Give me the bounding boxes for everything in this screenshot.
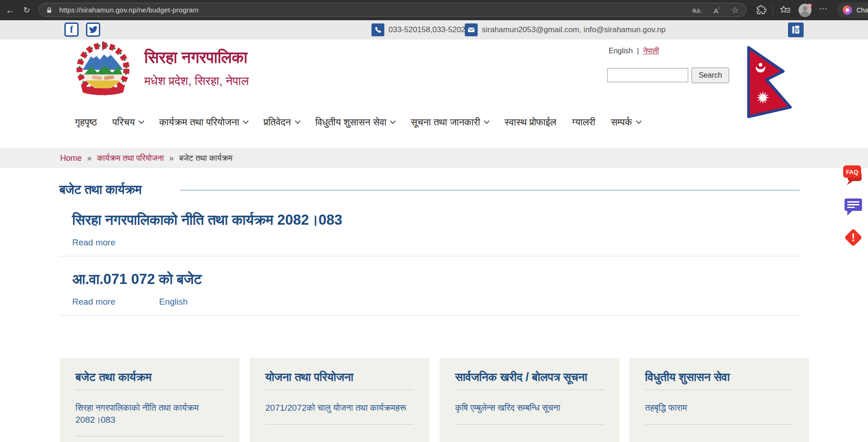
card-plans-projects: योजना तथा परियोजना 2071/2072को चालु योजन… [250, 358, 429, 442]
list-item: सिरहा नगरपालिकाको नीति तथा कार्यक्रम 208… [75, 390, 224, 436]
list-item: तहबृद्धि फाराम [645, 390, 794, 425]
copilot-button[interactable]: Cha [837, 2, 868, 18]
browser-chrome: ← ↻ https://sirahamun.gov.np/ne/budget-p… [0, 0, 868, 20]
chevron-down-icon [138, 118, 144, 124]
phone-icon [371, 23, 384, 36]
article-title[interactable]: आ.वा.071 072 को बजेट [72, 269, 800, 289]
lang-english-link[interactable]: English [609, 47, 633, 55]
facebook-icon[interactable]: f [64, 23, 79, 37]
site-title[interactable]: सिरहा नगरपालिका [144, 49, 249, 67]
card-link[interactable]: कृषि एम्बुलेन्स खरिद सम्बन्धि सूचना [455, 403, 560, 413]
municipality-emblem-logo[interactable] [70, 40, 136, 104]
search-input[interactable] [607, 68, 688, 82]
article-title[interactable]: सिरहा नगरपालिकाको नीति तथा कार्यक्रम 208… [72, 210, 800, 230]
page-title: बजेट तथा कार्यक्रम [59, 183, 142, 197]
nav-item-home[interactable]: गृहपृष्ठ [75, 117, 97, 128]
chevron-down-icon [243, 118, 249, 124]
alert-button[interactable]: ! [843, 227, 864, 250]
nav-item-programs-projects[interactable]: कार्यक्रम तथा परियोजना [159, 117, 248, 128]
translate-icon[interactable]: aあ [692, 6, 701, 14]
floating-action-bar: FAQ ! [842, 164, 864, 250]
copilot-label: Cha [857, 6, 868, 14]
site-title-block: सिरहा नगरपालिका मधेश प्रदेश, सिरहा, नेपा… [144, 49, 249, 88]
article-row: आ.वा.071 072 को बजेट Read more English [59, 256, 800, 316]
english-version-link[interactable]: English [159, 297, 188, 307]
email-addresses[interactable]: sirahamun2053@gmail.com, info@sirahamun.… [482, 25, 666, 34]
lang-separator: | [637, 47, 639, 55]
main-navigation: गृहपृष्ठ परिचय कार्यक्रम तथा परियोजना प्… [75, 117, 641, 128]
nav-item-contact[interactable]: सम्पर्क [611, 117, 641, 128]
breadcrumb-section-link[interactable]: कार्यक्रम तथा परियोजना [97, 153, 164, 163]
nav-item-gallery[interactable]: ग्यालरी [572, 117, 595, 128]
language-switcher: English | नेपाली [609, 47, 659, 55]
footer-category-cards: बजेट तथा कार्यक्रम सिरहा नगरपालिकाको नीत… [60, 358, 809, 442]
card-budget-program: बजेट तथा कार्यक्रम सिरहा नगरपालिकाको नीत… [60, 358, 240, 442]
breadcrumb-separator: » [87, 153, 92, 163]
article-row: सिरहा नगरपालिकाको नीति तथा कार्यक्रम 208… [59, 197, 800, 256]
nav-item-egovernance[interactable]: विधुतीय शुसासन सेवा [315, 117, 395, 128]
site-subtitle: मधेश प्रदेश, सिरहा, नेपाल [144, 74, 249, 88]
chevron-down-icon [295, 118, 301, 124]
card-link[interactable]: 2071/2072को चालु योजना तथा कार्यक्रमहरू [265, 403, 406, 413]
site-header: सिरहा नगरपालिका मधेश प्रदेश, सिरहा, नेपा… [0, 40, 868, 148]
lang-nepali-link[interactable]: नेपाली [643, 47, 659, 55]
browser-menu-icon[interactable]: ⋯ [819, 3, 828, 14]
breadcrumb-current: बजेट तथा कार्यक्रम [179, 153, 233, 163]
card-link[interactable]: सिरहा नगरपालिकाको नीति तथा कार्यक्रम 208… [75, 403, 199, 425]
lock-icon [46, 7, 52, 16]
chat-button[interactable] [843, 197, 863, 218]
page-title-row: बजेट तथा कार्यक्रम [59, 183, 800, 197]
card-title[interactable]: सार्वजनिक खरीद / बोलपत्र सूचना [455, 370, 604, 384]
toolbar-divider [773, 6, 773, 15]
read-more-link[interactable]: Read more [72, 238, 115, 248]
chevron-down-icon [636, 118, 642, 124]
card-link[interactable]: तहबृद्धि फाराम [645, 403, 687, 413]
title-divider-line [180, 190, 800, 191]
alert-exclamation: ! [851, 231, 855, 244]
card-egovernance: विधुतीय शुसासन सेवा तहबृद्धि फाराम [629, 358, 809, 442]
faq-button[interactable]: FAQ [842, 164, 864, 187]
breadcrumb: Home » कार्यक्रम तथा परियोजना » बजेट तथा… [0, 148, 868, 168]
nav-item-health-profile[interactable]: स्वास्थ प्रोफाईल [504, 117, 556, 128]
address-bar[interactable]: https://sirahamun.gov.np/ne/budget-progr… [39, 3, 747, 17]
favorites-collections-icon[interactable] [779, 5, 791, 17]
nav-item-introduction[interactable]: परिचय [113, 117, 144, 128]
chevron-down-icon [484, 118, 490, 124]
read-aloud-icon[interactable]: A⁾ [714, 6, 720, 15]
favorite-star-icon[interactable]: ☆ [731, 5, 739, 15]
email-icon [465, 23, 478, 36]
back-button[interactable]: ← [4, 4, 17, 17]
read-more-link[interactable]: Read more [72, 297, 115, 307]
breadcrumb-separator: » [169, 153, 174, 163]
faq-label: FAQ [846, 169, 858, 176]
list-item: कृषि एम्बुलेन्स खरिद सम्बन्धि सूचना [455, 390, 604, 425]
url-text[interactable]: https://sirahamun.gov.np/ne/budget-progr… [59, 6, 199, 14]
breadcrumb-home-link[interactable]: Home [60, 153, 82, 163]
extensions-icon[interactable] [755, 4, 766, 18]
profile-avatar[interactable] [798, 3, 812, 17]
card-title[interactable]: योजना तथा परियोजना [265, 370, 414, 384]
top-utility-bar: f 033-520158,033-520206 sirahamun2053@gm… [0, 20, 868, 40]
card-title[interactable]: बजेट तथा कार्यक्रम [75, 370, 224, 384]
card-public-procurement: सार्वजनिक खरीद / बोलपत्र सूचना कृषि एम्ब… [440, 358, 619, 442]
main-content: बजेट तथा कार्यक्रम सिरहा नगरपालिकाको नीत… [0, 168, 868, 442]
phone-numbers: 033-520158,033-520206 [388, 25, 474, 34]
nepal-flag [743, 45, 797, 122]
refresh-button[interactable]: ↻ [20, 4, 33, 17]
chevron-down-icon [390, 118, 396, 124]
card-title[interactable]: विधुतीय शुसासन सेवा [645, 370, 794, 384]
copilot-icon [842, 5, 852, 15]
search-button[interactable]: Search [691, 68, 729, 83]
fax-icon[interactable] [788, 23, 804, 37]
list-item: 2071/2072को चालु योजना तथा कार्यक्रमहरू [265, 390, 414, 425]
article-list: सिरहा नगरपालिकाको नीति तथा कार्यक्रम 208… [59, 197, 800, 316]
nav-item-reports[interactable]: प्रतिवेदन [263, 117, 299, 128]
nav-item-information[interactable]: सूचना तथा जानकारी [411, 117, 489, 128]
twitter-icon[interactable] [86, 23, 100, 37]
